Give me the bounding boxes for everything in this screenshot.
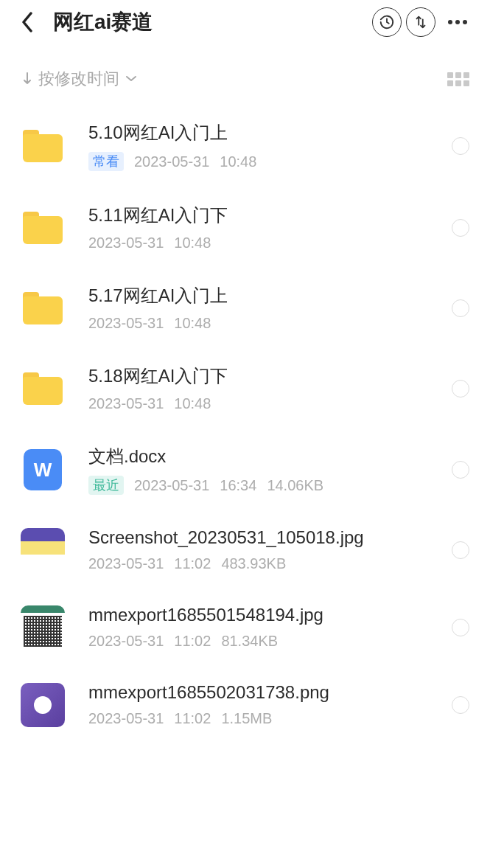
folder-icon bbox=[21, 286, 65, 330]
item-time: 10:48 bbox=[220, 153, 256, 170]
sort-button[interactable]: 按修改时间 bbox=[22, 68, 137, 90]
header: 网红ai赛道 bbox=[0, 0, 490, 44]
item-time: 16:34 bbox=[220, 477, 256, 494]
item-time: 11:02 bbox=[174, 710, 211, 727]
list-item[interactable]: 5.18网红AI入门下2023-05-3110:48 bbox=[21, 348, 469, 428]
item-meta: 2023-05-3110:48 bbox=[88, 315, 443, 332]
item-name: 5.10网红AI入门上 bbox=[88, 121, 443, 145]
item-name: mmexport1685502031738.png bbox=[88, 682, 443, 703]
list-item[interactable]: Screenshot_20230531_105018.jpg2023-05-31… bbox=[21, 511, 469, 588]
select-radio[interactable] bbox=[452, 541, 469, 559]
item-date: 2023-05-31 bbox=[134, 477, 209, 494]
select-radio[interactable] bbox=[452, 299, 469, 317]
select-radio[interactable] bbox=[452, 619, 469, 636]
select-radio[interactable] bbox=[452, 137, 469, 155]
list-item[interactable]: 5.10网红AI入门上常看2023-05-3110:48 bbox=[21, 105, 469, 187]
chevron-left-icon bbox=[21, 12, 34, 32]
svg-point-1 bbox=[455, 20, 460, 24]
folder-icon bbox=[21, 124, 65, 168]
select-radio[interactable] bbox=[452, 461, 469, 479]
select-radio[interactable] bbox=[452, 696, 469, 714]
item-info: Screenshot_20230531_105018.jpg2023-05-31… bbox=[88, 527, 443, 572]
item-name: 5.17网红AI入门上 bbox=[88, 284, 443, 308]
item-time: 10:48 bbox=[174, 395, 211, 412]
item-meta: 2023-05-3111:02483.93KB bbox=[88, 555, 443, 572]
sort-bar: 按修改时间 bbox=[0, 44, 490, 105]
view-toggle-button[interactable] bbox=[447, 72, 469, 86]
transfer-icon bbox=[413, 14, 429, 30]
more-icon bbox=[447, 19, 468, 25]
item-date: 2023-05-31 bbox=[88, 710, 164, 727]
item-info: mmexport1685501548194.jpg2023-05-3111:02… bbox=[88, 605, 443, 650]
list-item[interactable]: mmexport1685502031738.png2023-05-3111:02… bbox=[21, 666, 469, 743]
arrow-down-icon bbox=[22, 72, 32, 86]
item-info: 5.11网红AI入门下2023-05-3110:48 bbox=[88, 204, 443, 251]
svg-point-0 bbox=[448, 20, 452, 24]
item-date: 2023-05-31 bbox=[88, 315, 164, 332]
item-name: 文档.docx bbox=[88, 445, 443, 468]
file-list: 5.10网红AI入门上常看2023-05-3110:485.11网红AI入门下2… bbox=[0, 105, 490, 743]
list-item[interactable]: 5.17网红AI入门上2023-05-3110:48 bbox=[21, 268, 469, 348]
folder-icon bbox=[21, 206, 65, 250]
item-meta: 常看2023-05-3110:48 bbox=[88, 152, 443, 171]
list-item[interactable]: 5.11网红AI入门下2023-05-3110:48 bbox=[21, 187, 469, 268]
item-date: 2023-05-31 bbox=[88, 555, 164, 572]
word-doc-icon: W bbox=[21, 448, 65, 492]
chevron-down-icon bbox=[125, 75, 137, 83]
item-date: 2023-05-31 bbox=[88, 633, 164, 650]
item-meta: 最近2023-05-3116:3414.06KB bbox=[88, 476, 443, 495]
page-title: 网红ai赛道 bbox=[53, 8, 372, 36]
item-time: 11:02 bbox=[174, 555, 211, 572]
history-button[interactable] bbox=[372, 7, 402, 37]
item-size: 1.15MB bbox=[221, 710, 272, 727]
item-name: mmexport1685501548194.jpg bbox=[88, 605, 443, 625]
item-info: 5.17网红AI入门上2023-05-3110:48 bbox=[88, 284, 443, 332]
item-badge: 最近 bbox=[88, 476, 124, 495]
folder-icon bbox=[21, 367, 65, 411]
select-radio[interactable] bbox=[452, 219, 469, 237]
item-date: 2023-05-31 bbox=[88, 235, 164, 251]
item-info: 5.18网红AI入门下2023-05-3110:48 bbox=[88, 364, 443, 412]
item-name: 5.18网红AI入门下 bbox=[88, 364, 443, 388]
item-meta: 2023-05-3110:48 bbox=[88, 235, 443, 251]
more-button[interactable] bbox=[440, 4, 475, 40]
item-meta: 2023-05-3111:0281.34KB bbox=[88, 633, 443, 650]
select-radio[interactable] bbox=[452, 380, 469, 397]
svg-point-2 bbox=[463, 20, 467, 24]
item-time: 11:02 bbox=[174, 633, 211, 650]
item-name: 5.11网红AI入门下 bbox=[88, 204, 443, 227]
history-icon bbox=[379, 14, 395, 30]
item-info: 文档.docx最近2023-05-3116:3414.06KB bbox=[88, 445, 443, 495]
item-time: 10:48 bbox=[174, 315, 211, 332]
image-thumbnail bbox=[21, 605, 65, 650]
list-item[interactable]: mmexport1685501548194.jpg2023-05-3111:02… bbox=[21, 588, 469, 666]
item-meta: 2023-05-3111:021.15MB bbox=[88, 710, 443, 727]
sort-label: 按修改时间 bbox=[38, 68, 119, 90]
transfer-button[interactable] bbox=[406, 7, 435, 37]
header-actions bbox=[372, 4, 475, 40]
item-date: 2023-05-31 bbox=[88, 395, 164, 412]
item-size: 483.93KB bbox=[221, 555, 286, 572]
back-button[interactable] bbox=[21, 9, 47, 35]
list-item[interactable]: W文档.docx最近2023-05-3116:3414.06KB bbox=[21, 428, 469, 511]
item-name: Screenshot_20230531_105018.jpg bbox=[88, 527, 443, 548]
item-date: 2023-05-31 bbox=[134, 153, 209, 170]
image-thumbnail bbox=[21, 683, 65, 727]
item-size: 14.06KB bbox=[267, 477, 323, 494]
item-meta: 2023-05-3110:48 bbox=[88, 395, 443, 412]
item-time: 10:48 bbox=[174, 235, 211, 251]
item-badge: 常看 bbox=[88, 152, 124, 171]
image-thumbnail bbox=[21, 528, 65, 572]
item-info: 5.10网红AI入门上常看2023-05-3110:48 bbox=[88, 121, 443, 171]
item-size: 81.34KB bbox=[221, 633, 278, 650]
item-info: mmexport1685502031738.png2023-05-3111:02… bbox=[88, 682, 443, 727]
